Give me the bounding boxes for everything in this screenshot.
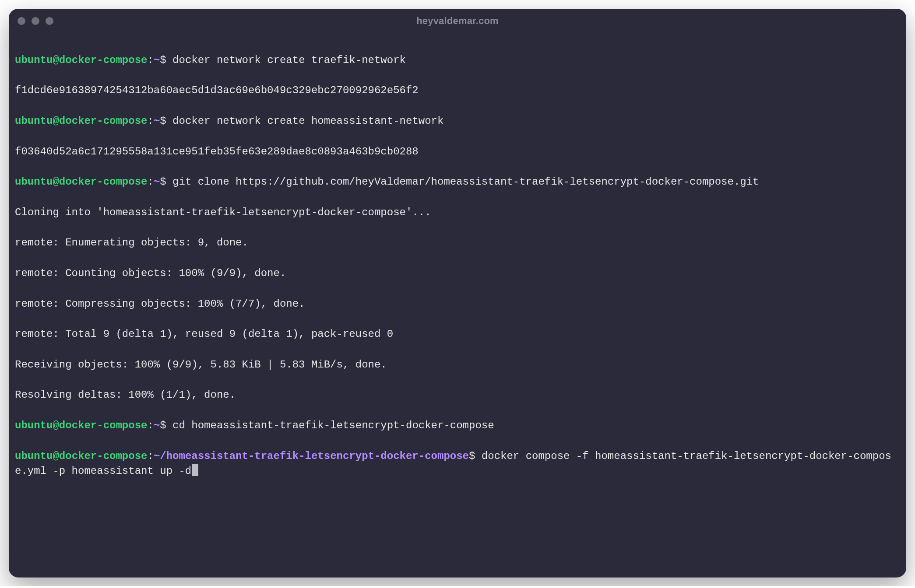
terminal-window: heyvaldemar.com ubuntu@docker-compose:~$… [9,9,906,578]
titlebar[interactable]: heyvaldemar.com [9,9,906,33]
prompt-line: ubuntu@docker-compose:~/homeassistant-tr… [15,449,900,480]
prompt-host: docker-compose [59,176,148,188]
prompt-host: docker-compose [59,450,148,462]
command-text: git clone https://github.com/heyValdemar… [166,176,759,188]
output-line: Cloning into 'homeassistant-traefik-lets… [15,205,900,220]
command-text: cd homeassistant-traefik-letsencrypt-doc… [166,420,494,431]
prompt-line: ubuntu@docker-compose:~$ docker network … [15,114,900,129]
prompt-cwd: ~/homeassistant-traefik-letsencrypt-dock… [154,450,469,462]
output-line: Resolving deltas: 100% (1/1), done. [15,388,900,403]
terminal-viewport[interactable]: ubuntu@docker-compose:~$ docker network … [9,33,906,578]
window-title: heyvaldemar.com [9,15,906,27]
output-line: remote: Compressing objects: 100% (7/7),… [15,297,900,312]
prompt-sep: : [147,54,153,66]
prompt-host: docker-compose [59,115,148,127]
prompt-symbol: $ [160,115,166,127]
prompt-symbol: $ [160,176,166,188]
prompt-line: ubuntu@docker-compose:~$ docker network … [15,53,900,68]
prompt-symbol: $ [160,54,166,66]
prompt-at: @ [53,420,59,431]
prompt-user: ubuntu [15,450,53,462]
prompt-cwd: ~ [154,420,160,431]
prompt-sep: : [147,176,153,188]
prompt-user: ubuntu [15,420,53,431]
prompt-line: ubuntu@docker-compose:~$ git clone https… [15,175,900,190]
output-line: Receiving objects: 100% (9/9), 5.83 KiB … [15,357,900,373]
prompt-at: @ [53,176,59,188]
output-line: remote: Total 9 (delta 1), reused 9 (del… [15,327,900,342]
prompt-at: @ [53,54,59,66]
prompt-line: ubuntu@docker-compose:~$ cd homeassistan… [15,418,900,434]
output-line: f03640d52a6c171295558a131ce951feb35fe63e… [15,144,900,160]
command-text: docker network create homeassistant-netw… [166,115,444,127]
prompt-cwd: ~ [154,54,160,66]
output-line: remote: Enumerating objects: 9, done. [15,235,900,251]
prompt-sep: : [147,420,153,431]
minimize-button[interactable] [32,17,39,25]
prompt-cwd: ~ [154,176,160,188]
close-button[interactable] [18,17,25,25]
prompt-sep: : [147,115,153,127]
prompt-at: @ [53,115,59,127]
prompt-symbol: $ [160,420,166,431]
zoom-button[interactable] [46,17,53,25]
prompt-symbol: $ [469,450,475,462]
prompt-user: ubuntu [15,54,53,66]
prompt-user: ubuntu [15,176,53,188]
cursor-icon [192,464,198,476]
output-line: f1dcd6e91638974254312ba60aec5d1d3ac69e6b… [15,83,900,98]
output-line: remote: Counting objects: 100% (9/9), do… [15,266,900,281]
prompt-sep: : [147,450,153,462]
prompt-host: docker-compose [59,54,148,66]
prompt-cwd: ~ [154,115,160,127]
command-text: docker network create traefik-network [166,54,406,66]
traffic-lights [18,17,53,25]
prompt-host: docker-compose [59,420,148,431]
prompt-at: @ [53,450,59,462]
prompt-user: ubuntu [15,115,53,127]
